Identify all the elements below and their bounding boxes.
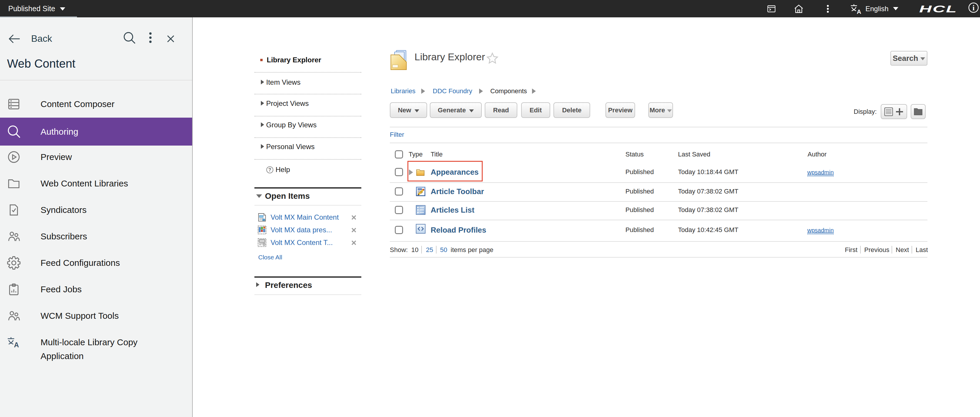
svg-text:i: i: [973, 4, 975, 12]
svg-text:?: ?: [269, 167, 271, 173]
svg-text:A: A: [14, 341, 19, 349]
svg-text:A: A: [857, 8, 861, 14]
